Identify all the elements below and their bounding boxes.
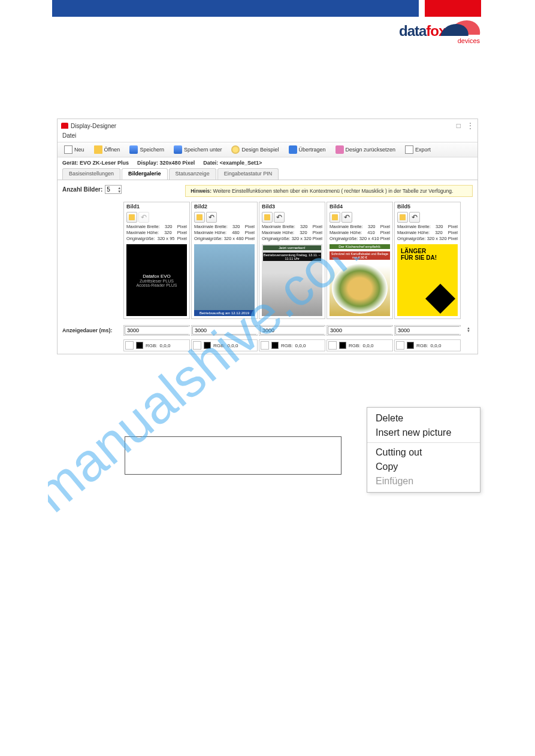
image-col-2: Bild2 ↶ Maximale Breite:320Pixel Maximal…	[191, 202, 258, 319]
palette-icon[interactable]	[396, 341, 404, 350]
og-v3: 320 x 320	[292, 236, 312, 242]
dur-input-3[interactable]: ▲▼	[260, 326, 324, 335]
palette-icon[interactable]	[261, 341, 269, 350]
thumb-1[interactable]: Datafox EVO Zutrittsleser PLUS Access-Re…	[126, 244, 187, 316]
tb-save[interactable]: Speichern	[125, 144, 168, 156]
dur-val-2[interactable]	[193, 327, 264, 334]
dur-3: ▲▼	[259, 325, 325, 336]
thumb-4[interactable]: Der Küchenchef empfiehlt: Schnitzel mit …	[330, 244, 390, 316]
spin-icon[interactable]: ▲▼	[467, 327, 470, 334]
tb-save-label: Speichern	[140, 147, 164, 153]
tb-new[interactable]: Neu	[60, 144, 89, 156]
open-image-btn-4[interactable]	[330, 212, 340, 223]
rgb-row: RGB:0,0,0 RGB:0,0,0 RGB:0,0,0 RGB:0,0,0 …	[58, 339, 477, 354]
dur-input-1[interactable]: ▲▼	[125, 326, 189, 335]
count-and-hint-row: Anzahl Bilder: ▲▼ Hinweis: Weitere Einst…	[58, 180, 477, 202]
mh-label: Maximale Höhe:	[126, 230, 159, 236]
thumb-2[interactable]: Betriebsausflug am 12.12.2019	[194, 244, 255, 316]
dur-val-4[interactable]	[328, 327, 399, 334]
image-col-5: Bild5 ↶ Maximale Breite:320Pixel Maximal…	[394, 202, 461, 319]
dur-input-4[interactable]: ▲▼	[328, 326, 392, 335]
device-info-row: Gerät: EVO ZK-Leser Plus Display: 320x48…	[58, 157, 477, 168]
dur-val-5[interactable]	[396, 327, 467, 334]
mh-l4: Maximale Höhe:	[330, 230, 362, 236]
undo-image-btn-3[interactable]: ↶	[274, 212, 285, 223]
titlebar: Display-Designer □ ⋮	[58, 119, 477, 132]
thumb2-banner: Betriebsausflug am 12.12.2019	[194, 310, 255, 316]
rgb-2: RGB:0,0,0	[191, 339, 258, 351]
tb-saveas[interactable]: Speichern unter	[170, 144, 226, 156]
dur-val-1[interactable]	[125, 327, 196, 334]
tb-reset[interactable]: Design zurücksetzen	[331, 144, 400, 156]
rgb-label-5: RGB:	[416, 343, 428, 348]
count-spinbox[interactable]: ▲▼	[105, 185, 122, 194]
rgb-label-1: RGB:	[146, 343, 158, 348]
rgb-4: RGB:0,0,0	[327, 339, 393, 351]
rgb-5: RGB:0,0,0	[394, 339, 461, 351]
spin-arrows[interactable]: ▲▼	[117, 186, 121, 193]
folder-icon	[400, 214, 406, 220]
tb-export[interactable]: Export	[401, 144, 435, 156]
px5a: Pixel	[448, 224, 458, 230]
palette-icon[interactable]	[193, 341, 201, 350]
ctx-insert[interactable]: Insert new picture	[367, 426, 480, 440]
toolbar: Neu Öffnen Speichern Speichern unter Des…	[58, 142, 477, 157]
palette-icon[interactable]	[125, 341, 134, 350]
hint-label: Hinweis:	[191, 188, 211, 194]
open-image-btn-3[interactable]	[262, 212, 273, 223]
mb-l5: Maximale Breite:	[397, 224, 431, 230]
rgb-val-3: 0,0,0	[295, 343, 306, 348]
tab-status[interactable]: Statusanzeige	[169, 168, 216, 180]
tab-pin[interactable]: Eingabetastatur PIN	[217, 168, 279, 180]
tab-gallery[interactable]: Bildergalerie	[122, 168, 168, 180]
thumb1-line3: Access-Reader PLUS	[136, 283, 177, 287]
ctx-copy[interactable]: Copy	[367, 460, 480, 474]
undo-image-btn-5[interactable]: ↶	[409, 212, 420, 223]
undo-image-btn-4[interactable]: ↶	[341, 212, 352, 223]
lamp-icon	[231, 145, 240, 154]
dur-val-3[interactable]	[261, 327, 331, 334]
tab-basic[interactable]: Basiseinstellungen	[62, 168, 120, 180]
count-label: Anzahl Bilder:	[62, 186, 102, 193]
thumb-3[interactable]: Jetzt vormerken! Betriebsversammlung Fre…	[262, 244, 322, 316]
thumb3-sub: Betriebsversammlung Freitag, 13.11. – 11…	[263, 253, 321, 261]
px3b: Pixel	[313, 230, 322, 236]
ctx-separator	[367, 442, 480, 443]
dur-input-5[interactable]: ▲▼	[395, 326, 460, 335]
mh-v2: 480	[232, 230, 240, 236]
thumb-5[interactable]: LÄNGER FÜR SIE DA!	[397, 244, 458, 316]
display-value: 320x480 Pixel	[160, 160, 195, 166]
menubar-file[interactable]: Datei	[58, 132, 477, 142]
dur-5: ▲▼	[394, 325, 461, 336]
undo-image-btn-2[interactable]: ↶	[206, 212, 217, 223]
mh-l2: Maximale Höhe:	[194, 230, 226, 236]
datafox-logo: datafox: devices	[399, 23, 480, 56]
mb-l3: Maximale Breite:	[262, 224, 295, 230]
ctx-delete[interactable]: Delete	[367, 411, 480, 426]
og-val-1: 320 x 95	[158, 236, 175, 242]
device-value: EVO ZK-Leser Plus	[80, 160, 129, 166]
dur-input-2[interactable]: ▲▼	[192, 326, 256, 335]
mb-v3: 320	[300, 224, 308, 230]
col-title-5: Bild5	[395, 202, 460, 211]
count-input[interactable]	[105, 186, 117, 193]
palette-icon[interactable]	[328, 341, 337, 350]
tb-example[interactable]: Design Beispiel	[227, 144, 283, 156]
mh-v5: 320	[435, 230, 443, 236]
col-title-4: Bild4	[327, 202, 392, 211]
open-image-btn-2[interactable]	[194, 212, 205, 223]
rgb-label-4: RGB:	[349, 343, 361, 348]
tb-transfer[interactable]: Übertragen	[285, 144, 330, 156]
window-controls[interactable]: □ ⋮	[457, 122, 474, 130]
meta-5: Maximale Breite:320Pixel Maximale Höhe:3…	[395, 224, 460, 242]
thumb3-top: Jetzt vormerken!	[263, 245, 321, 250]
rgb-val-2: 0,0,0	[228, 343, 238, 348]
open-image-btn-5[interactable]	[397, 212, 408, 223]
open-image-btn-1[interactable]	[126, 212, 137, 223]
color-swatch	[204, 342, 211, 349]
ctx-cut[interactable]: Cutting out	[367, 445, 480, 460]
mh-val-1: 320	[164, 230, 172, 236]
rgb-label-2: RGB:	[213, 343, 225, 348]
tb-open[interactable]: Öffnen	[90, 144, 125, 156]
doc-new-icon	[64, 145, 72, 154]
